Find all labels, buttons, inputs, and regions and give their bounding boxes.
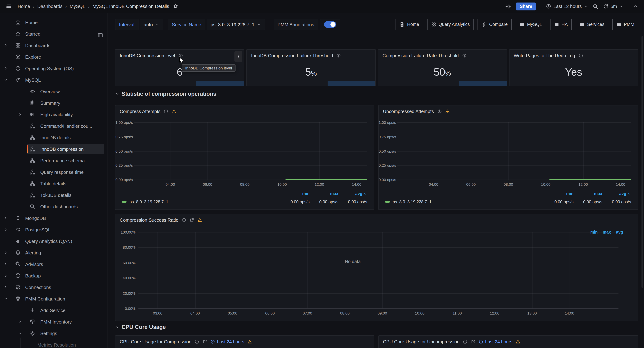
variable-value-dropdown[interactable]: ps_8.0_3.19.228.7_1 <box>206 19 265 30</box>
sidebar-item-summary[interactable]: Summary <box>0 97 108 109</box>
sidebar-item-starred[interactable]: Starred <box>0 28 108 40</box>
chevron-down-icon[interactable] <box>4 78 8 82</box>
info-icon[interactable] <box>578 53 583 58</box>
warning-icon[interactable] <box>198 218 202 222</box>
external-link-icon[interactable] <box>202 339 207 344</box>
sidebar-item-mongodb[interactable]: MongoDB <box>0 212 108 224</box>
chevron-down-icon[interactable] <box>4 296 8 301</box>
chevron-right-icon[interactable] <box>4 250 8 255</box>
warning-icon[interactable] <box>172 109 176 114</box>
legend-stat-avg[interactable]: avg <box>338 191 367 196</box>
scrollbar-thumb[interactable] <box>642 36 643 288</box>
pmm-annotations-toggle[interactable] <box>320 19 340 30</box>
sidebar-item-settings[interactable]: Settings <box>0 327 108 339</box>
legend-stat-min[interactable]: min <box>281 191 310 196</box>
sidebar-item-command-handler-cou[interactable]: Command/Handler cou... <box>0 120 108 132</box>
legend-stat-min[interactable]: min <box>590 230 598 234</box>
chart-plot-area[interactable] <box>134 122 367 180</box>
info-icon[interactable] <box>462 53 466 58</box>
panel-time-override[interactable]: Last 24 hours <box>210 339 244 344</box>
sidebar-item-pmm-inventory[interactable]: PMM Inventory <box>0 316 108 327</box>
sidebar-item-dashboards[interactable]: Dashboards <box>0 40 108 51</box>
sidebar-item-query-analytics-qan[interactable]: Query Analytics (QAN) <box>0 235 108 247</box>
legend-stat-max[interactable]: max <box>310 191 338 196</box>
share-button[interactable]: Share <box>516 2 536 10</box>
legend-stat-min[interactable]: min <box>545 191 574 196</box>
nav-button-ha[interactable]: HA <box>550 19 572 30</box>
chevron-down-icon[interactable] <box>18 331 22 335</box>
legend-stat-avg[interactable]: avg <box>616 230 628 234</box>
sidebar-item-advisors[interactable]: Advisors <box>0 258 108 270</box>
refresh-picker[interactable]: 5m <box>603 4 623 9</box>
nav-button-compare[interactable]: Compare <box>478 19 512 30</box>
legend-stat-max[interactable]: max <box>574 191 602 196</box>
sidebar-item-high-availability[interactable]: High availability <box>0 109 108 120</box>
chevron-right-icon[interactable] <box>4 227 8 232</box>
favorite-star-icon[interactable] <box>173 4 178 9</box>
time-range-picker[interactable]: Last 12 hours <box>546 4 588 9</box>
sidebar-item-other-dashboards[interactable]: Other dashboards <box>0 201 108 212</box>
breadcrumb-item[interactable]: MySQL InnoDB Compression Details <box>92 4 169 9</box>
sidebar-item-tokudb-details[interactable]: TokuDB details <box>0 189 108 201</box>
menu-toggle-icon[interactable] <box>6 3 12 9</box>
breadcrumb-item[interactable]: Dashboards <box>37 4 62 9</box>
sidebar-item-backup[interactable]: Backup <box>0 270 108 281</box>
nav-button-mysql[interactable]: MySQL <box>516 19 546 30</box>
dashboard-settings-gear-icon[interactable] <box>506 4 511 9</box>
sidebar-item-home[interactable]: Home <box>0 17 108 28</box>
nav-button-query-analytics[interactable]: Query Analytics <box>427 19 474 30</box>
info-icon[interactable] <box>463 339 468 344</box>
sidebar-item-table-details[interactable]: Table details <box>0 178 108 189</box>
chevron-right-icon[interactable] <box>4 216 8 220</box>
sidebar-item-innodb-details[interactable]: InnoDB details <box>0 132 108 143</box>
panel-menu-kebab-icon[interactable] <box>234 51 242 62</box>
panel-time-override[interactable]: Last 24 hours <box>478 339 512 344</box>
sidebar-item-innodb-compression[interactable]: InnoDB compression <box>0 143 108 155</box>
sidebar-item-alerting[interactable]: Alerting <box>0 247 108 258</box>
legend-series-name[interactable]: ps_8.0_3.19.228.7_1 <box>393 200 432 204</box>
zoom-out-icon[interactable] <box>592 4 598 9</box>
sidebar-item-explore[interactable]: Explore <box>0 51 108 63</box>
chevron-right-icon[interactable] <box>4 43 8 48</box>
chevron-right-icon[interactable] <box>4 285 8 289</box>
legend-stat-max[interactable]: max <box>603 230 611 234</box>
chevron-right-icon[interactable] <box>18 112 22 117</box>
section-header-cpu[interactable]: CPU Core Usage <box>115 324 166 330</box>
sidebar-item-performance-schema[interactable]: Performance schema <box>0 155 108 166</box>
sidebar-item-add-service[interactable]: Add Service <box>0 304 108 316</box>
breadcrumb-item[interactable]: Home <box>18 4 30 9</box>
chevron-right-icon[interactable] <box>18 319 22 324</box>
sidebar-item-pmm-configuration[interactable]: PMM Configuration <box>0 293 108 304</box>
section-header-statistics[interactable]: Statistic of compression operations <box>115 91 216 97</box>
sidebar-item-mysql[interactable]: MySQL <box>0 74 108 86</box>
sidebar-item-metrics-resolution[interactable]: Metrics Resolution <box>0 339 108 348</box>
info-icon[interactable] <box>195 339 200 344</box>
collapse-kiosk-caret-icon[interactable] <box>633 4 638 9</box>
breadcrumb-item[interactable]: MySQL <box>70 4 86 9</box>
nav-button-services[interactable]: Services <box>576 19 608 30</box>
external-link-icon[interactable] <box>190 218 194 222</box>
sidebar-item-query-response-time[interactable]: Query response time <box>0 166 108 178</box>
chevron-right-icon[interactable] <box>4 262 8 266</box>
info-icon[interactable] <box>164 109 168 114</box>
info-icon[interactable] <box>437 109 442 114</box>
chevron-right-icon[interactable] <box>4 66 8 71</box>
chevron-right-icon[interactable] <box>4 273 8 278</box>
warning-icon[interactable] <box>445 109 450 114</box>
warning-icon[interactable] <box>516 339 520 344</box>
toggle-switch-on[interactable] <box>324 21 336 28</box>
sidebar-item-postgresql[interactable]: PostgreSQL <box>0 224 108 235</box>
sidebar-item-overview[interactable]: Overview <box>0 86 108 97</box>
info-icon[interactable] <box>336 53 341 58</box>
nav-button-pmm[interactable]: PMM <box>612 19 638 30</box>
chart-plot-area[interactable] <box>138 232 618 308</box>
external-link-icon[interactable] <box>471 339 475 344</box>
variable-value-dropdown[interactable]: auto <box>140 19 163 30</box>
legend-stat-avg[interactable]: avg <box>602 191 631 196</box>
sidebar-item-operating-system-os[interactable]: Operating System (OS) <box>0 63 108 74</box>
info-icon[interactable] <box>182 218 186 222</box>
legend-series-name[interactable]: ps_8.0_3.19.228.7_1 <box>130 200 168 204</box>
sidebar-item-connections[interactable]: Connections <box>0 281 108 293</box>
chart-plot-area[interactable] <box>397 122 631 180</box>
nav-button-home[interactable]: Home <box>396 19 423 30</box>
